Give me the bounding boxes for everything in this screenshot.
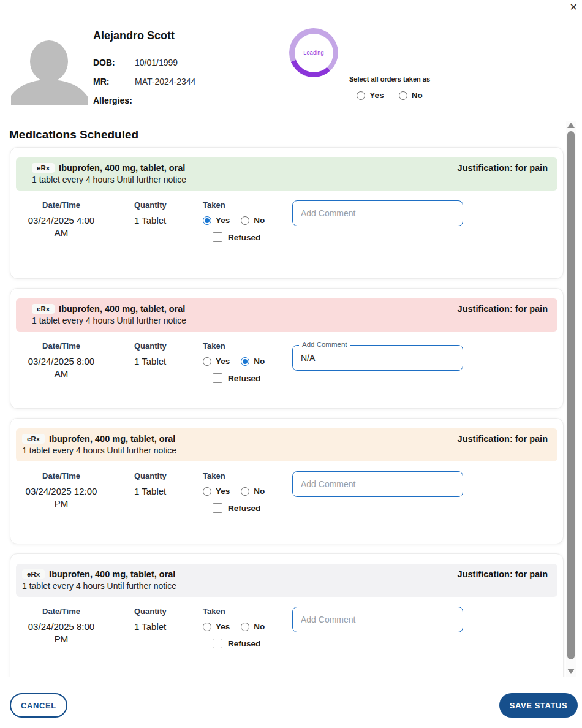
taken-yes-radio[interactable] bbox=[203, 487, 211, 496]
medication-card: eRx Ibuprofen, 400 mg, tablet, oral Just… bbox=[10, 288, 564, 409]
quantity-label: Quantity bbox=[134, 200, 189, 210]
taken-no-radio[interactable] bbox=[241, 357, 249, 366]
taken-no-label: No bbox=[254, 487, 265, 496]
medication-card: eRx Ibuprofen, 400 mg, tablet, oral Just… bbox=[10, 553, 564, 677]
taken-yes-radio[interactable] bbox=[203, 623, 211, 631]
medication-card-header: eRx Ibuprofen, 400 mg, tablet, oral Just… bbox=[16, 564, 557, 597]
taken-yes-radio[interactable] bbox=[203, 357, 211, 366]
erx-badge: eRx bbox=[32, 304, 55, 314]
refused-checkbox[interactable] bbox=[213, 373, 222, 383]
quantity-label: Quantity bbox=[134, 607, 189, 616]
patient-info: Alejandro Scott DOB:10/01/1999 MR:MAT-20… bbox=[93, 29, 277, 42]
dob-value: 10/01/1999 bbox=[135, 58, 178, 67]
taken-yes-label: Yes bbox=[216, 622, 230, 631]
taken-no-radio[interactable] bbox=[241, 623, 249, 631]
datetime-label: Date/Time bbox=[21, 341, 101, 351]
refused-checkbox[interactable] bbox=[213, 503, 222, 513]
justification-text: Justification: for pain bbox=[458, 434, 548, 444]
datetime-value: 03/24/2025 12:00PM bbox=[21, 485, 101, 509]
quantity-value: 1 Tablet bbox=[134, 621, 189, 632]
refused-label: Refused bbox=[228, 504, 260, 513]
datetime-value: 03/24/2025 4:00AM bbox=[21, 214, 101, 238]
taken-no-radio[interactable] bbox=[241, 216, 249, 225]
taken-label: Taken bbox=[203, 607, 295, 616]
section-title: Medications Scheduled bbox=[9, 128, 138, 142]
medication-name: Ibuprofen, 400 mg, tablet, oral bbox=[59, 304, 185, 314]
datetime-label: Date/Time bbox=[21, 471, 101, 480]
taken-no-radio[interactable] bbox=[241, 487, 249, 496]
add-comment-input[interactable] bbox=[292, 471, 463, 497]
select-all-orders: Select all orders taken as Yes No bbox=[341, 75, 439, 100]
taken-no-label: No bbox=[254, 216, 265, 225]
medications-scroll-area: Medications Scheduled eRx Ibuprofen, 400… bbox=[0, 121, 582, 677]
medication-sig: 1 tablet every 4 hours Until further not… bbox=[22, 581, 548, 591]
datetime-label: Date/Time bbox=[21, 200, 101, 210]
medication-card: eRx Ibuprofen, 400 mg, tablet, oral Just… bbox=[10, 418, 564, 544]
taken-no-label: No bbox=[254, 357, 265, 366]
add-comment-label: Add Comment bbox=[299, 341, 350, 348]
taken-label: Taken bbox=[203, 341, 295, 351]
quantity-value: 1 Tablet bbox=[134, 215, 189, 226]
taken-yes-label: Yes bbox=[216, 487, 230, 496]
close-icon[interactable]: ✕ bbox=[570, 1, 578, 13]
medication-name: Ibuprofen, 400 mg, tablet, oral bbox=[49, 569, 175, 579]
refused-label: Refused bbox=[228, 639, 260, 648]
medication-card-header: eRx Ibuprofen, 400 mg, tablet, oral Just… bbox=[16, 157, 557, 191]
quantity-value: 1 Tablet bbox=[134, 356, 189, 366]
cancel-button[interactable]: CANCEL bbox=[10, 693, 67, 718]
erx-badge: eRx bbox=[22, 434, 45, 444]
scroll-down-arrow-icon[interactable] bbox=[567, 669, 575, 674]
datetime-label: Date/Time bbox=[21, 607, 101, 616]
justification-text: Justification: for pain bbox=[458, 569, 548, 579]
justification-text: Justification: for pain bbox=[458, 304, 548, 314]
scroll-up-arrow-icon[interactable] bbox=[567, 123, 575, 128]
medication-card: eRx Ibuprofen, 400 mg, tablet, oral Just… bbox=[10, 147, 564, 279]
justification-text: Justification: for pain bbox=[458, 163, 548, 173]
allergies-label: Allergies: bbox=[93, 96, 135, 105]
dob-label: DOB: bbox=[93, 58, 135, 67]
quantity-label: Quantity bbox=[134, 341, 189, 351]
medication-sig: 1 tablet every 4 hours Until further not… bbox=[22, 446, 548, 455]
taken-label: Taken bbox=[203, 471, 295, 480]
refused-checkbox[interactable] bbox=[213, 639, 222, 648]
refused-checkbox[interactable] bbox=[213, 232, 222, 242]
mr-label: MR: bbox=[93, 77, 135, 86]
select-all-yes-radio[interactable] bbox=[357, 91, 365, 100]
erx-badge: eRx bbox=[32, 163, 55, 173]
save-status-button[interactable]: SAVE STATUS bbox=[499, 693, 578, 718]
quantity-value: 1 Tablet bbox=[134, 486, 189, 496]
vertical-scrollbar[interactable] bbox=[566, 121, 576, 677]
datetime-value: 03/24/2025 8:00AM bbox=[21, 355, 101, 379]
taken-no-label: No bbox=[254, 622, 265, 631]
patient-avatar bbox=[11, 37, 88, 105]
medication-sig: 1 tablet every 4 hours Until further not… bbox=[32, 316, 548, 325]
add-comment-input[interactable] bbox=[292, 200, 463, 226]
select-all-no-label: No bbox=[412, 91, 423, 100]
quantity-label: Quantity bbox=[134, 471, 189, 480]
medication-sig: 1 tablet every 4 hours Until further not… bbox=[32, 175, 548, 184]
loading-label: Loading bbox=[303, 50, 323, 56]
patient-name: Alejandro Scott bbox=[93, 29, 277, 42]
taken-yes-label: Yes bbox=[216, 216, 230, 225]
add-comment-input[interactable] bbox=[292, 345, 463, 371]
select-all-no-radio[interactable] bbox=[399, 91, 407, 100]
refused-label: Refused bbox=[228, 233, 260, 242]
taken-yes-label: Yes bbox=[216, 357, 230, 366]
loading-spinner: Loading bbox=[289, 28, 338, 77]
scrollbar-thumb[interactable] bbox=[567, 131, 575, 659]
medication-name: Ibuprofen, 400 mg, tablet, oral bbox=[59, 163, 185, 173]
person-silhouette-icon bbox=[11, 37, 88, 105]
medication-name: Ibuprofen, 400 mg, tablet, oral bbox=[49, 434, 175, 444]
refused-label: Refused bbox=[228, 374, 260, 383]
medication-card-header: eRx Ibuprofen, 400 mg, tablet, oral Just… bbox=[16, 298, 557, 332]
datetime-value: 03/24/2025 8:00PM bbox=[21, 621, 101, 645]
medication-card-header: eRx Ibuprofen, 400 mg, tablet, oral Just… bbox=[16, 428, 557, 461]
select-all-yes-label: Yes bbox=[369, 91, 384, 100]
add-comment-input[interactable] bbox=[292, 607, 463, 632]
mr-value: MAT-2024-2344 bbox=[135, 77, 195, 86]
taken-yes-radio[interactable] bbox=[203, 216, 211, 225]
erx-badge: eRx bbox=[22, 569, 45, 579]
select-all-label: Select all orders taken as bbox=[341, 75, 439, 83]
taken-label: Taken bbox=[203, 200, 295, 210]
